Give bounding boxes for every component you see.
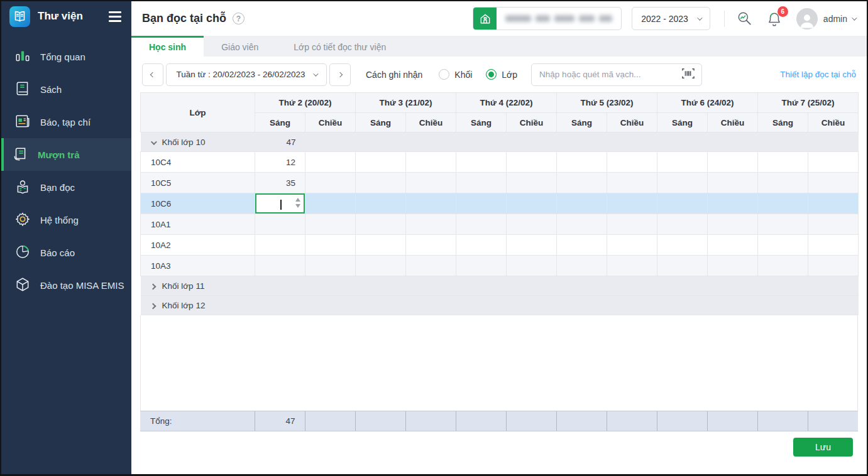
session-value-cell[interactable] <box>356 256 406 276</box>
session-value-cell[interactable] <box>758 173 808 193</box>
session-value-cell[interactable] <box>456 152 507 173</box>
session-value-cell[interactable] <box>808 256 859 276</box>
chevron-right-icon[interactable] <box>150 283 156 289</box>
session-value-cell[interactable] <box>456 173 507 193</box>
session-value-cell[interactable] <box>708 193 758 214</box>
chevron-down-icon[interactable] <box>150 139 157 145</box>
session-value-cell[interactable] <box>557 173 607 193</box>
session-value-cell[interactable] <box>557 193 607 214</box>
analytics-search-icon[interactable] <box>736 11 752 27</box>
session-value-input[interactable] <box>255 193 305 214</box>
session-value-cell[interactable] <box>356 173 406 193</box>
session-value-cell[interactable] <box>305 193 356 214</box>
session-value-cell[interactable] <box>607 152 657 173</box>
session-value-cell[interactable] <box>708 173 758 193</box>
session-value-cell[interactable] <box>507 256 557 276</box>
session-value-cell[interactable] <box>708 256 758 276</box>
session-value-cell[interactable] <box>607 173 657 193</box>
sidebar-item-muon-tra[interactable]: Mượn trả <box>1 138 131 171</box>
session-value-cell[interactable] <box>808 214 859 235</box>
sidebar-item-sach[interactable]: Sách <box>1 73 131 105</box>
session-value-cell[interactable] <box>507 173 557 193</box>
prev-week-button[interactable] <box>142 63 163 86</box>
session-value-cell[interactable] <box>557 235 607 256</box>
session-value-cell[interactable] <box>758 235 808 256</box>
session-value-cell[interactable]: 35 <box>255 173 305 193</box>
home-icon[interactable] <box>473 7 497 30</box>
stepper-up-icon[interactable] <box>295 198 300 202</box>
session-value-cell[interactable] <box>808 235 859 256</box>
tab-hoc-sinh[interactable]: Học sinh <box>131 36 204 57</box>
group-row-label[interactable]: Khối lớp 12 <box>141 296 255 315</box>
session-value-cell[interactable] <box>657 214 708 235</box>
session-value-cell[interactable] <box>607 214 657 235</box>
session-value-cell[interactable] <box>808 152 859 173</box>
session-value-cell[interactable] <box>356 214 406 235</box>
sidebar-item-dao-tao[interactable]: Đào tạo MISA EMIS <box>1 269 131 301</box>
tab-giao-vien[interactable]: Giáo viên <box>204 36 276 57</box>
help-icon[interactable]: ? <box>233 13 244 24</box>
session-value-cell[interactable] <box>255 193 305 214</box>
session-value-cell[interactable] <box>708 152 758 173</box>
session-value-cell[interactable] <box>507 193 557 214</box>
session-value-cell[interactable] <box>406 214 456 235</box>
session-value-cell[interactable] <box>708 235 758 256</box>
sidebar-item-tong-quan[interactable]: Tổng quan <box>1 40 131 73</box>
session-value-cell[interactable] <box>657 193 708 214</box>
session-value-cell[interactable] <box>607 256 657 276</box>
group-row-label[interactable]: Khối lớp 11 <box>141 276 255 296</box>
notifications-bell-icon[interactable]: 6 <box>766 11 783 27</box>
session-value-cell[interactable] <box>808 173 859 193</box>
session-value-cell[interactable] <box>255 235 305 256</box>
sidebar-item-ban-doc[interactable]: Bạn đọc <box>1 171 131 203</box>
session-value-cell[interactable] <box>255 214 305 235</box>
session-value-cell[interactable] <box>657 256 708 276</box>
session-value-cell[interactable] <box>758 256 808 276</box>
session-value-cell[interactable] <box>406 235 456 256</box>
session-value-cell[interactable] <box>708 214 758 235</box>
session-value-cell[interactable] <box>758 193 808 214</box>
radio-lop[interactable]: Lớp <box>486 69 517 80</box>
week-selector[interactable]: Tuần từ : 20/02/2023 - 26/02/2023 <box>166 63 327 86</box>
session-value-cell[interactable] <box>406 256 456 276</box>
menu-toggle-icon[interactable] <box>109 11 121 22</box>
next-week-button[interactable] <box>329 63 351 86</box>
school-year-select[interactable]: 2022 - 2023 <box>632 7 710 30</box>
session-value-cell[interactable] <box>507 152 557 173</box>
number-stepper[interactable] <box>295 198 300 208</box>
group-row-label[interactable]: Khối lớp 10 <box>141 133 255 152</box>
barcode-search-input[interactable] <box>539 70 681 79</box>
session-value-cell[interactable] <box>507 214 557 235</box>
session-value-cell[interactable] <box>758 152 808 173</box>
radio-khoi[interactable]: Khối <box>439 69 472 80</box>
session-value-cell[interactable] <box>356 152 406 173</box>
session-value-cell[interactable] <box>406 173 456 193</box>
session-value-cell[interactable] <box>507 235 557 256</box>
session-value-cell[interactable] <box>607 193 657 214</box>
session-value-cell[interactable] <box>607 235 657 256</box>
session-value-cell[interactable] <box>557 256 607 276</box>
avatar[interactable] <box>796 8 818 30</box>
session-value-cell[interactable] <box>305 173 356 193</box>
session-value-cell[interactable] <box>657 235 708 256</box>
session-value-cell[interactable] <box>406 193 456 214</box>
setup-on-site-reading-link[interactable]: Thiết lập đọc tại chỗ <box>780 70 856 79</box>
school-selector[interactable] <box>473 7 622 30</box>
session-value-cell[interactable] <box>557 152 607 173</box>
tab-lop-co-tiet-doc[interactable]: Lớp có tiết đọc thư viện <box>276 36 404 57</box>
session-value-cell[interactable] <box>456 214 507 235</box>
sidebar-item-he-thong[interactable]: Hệ thống <box>1 203 131 236</box>
session-value-cell[interactable] <box>557 214 607 235</box>
save-button[interactable]: Lưu <box>793 438 853 457</box>
user-menu[interactable]: admin <box>823 14 855 24</box>
sidebar-item-bao-tap-chi[interactable]: Báo, tạp chí <box>1 105 131 138</box>
session-value-cell[interactable]: 12 <box>255 152 305 173</box>
session-value-cell[interactable] <box>305 152 356 173</box>
session-value-cell[interactable] <box>406 152 456 173</box>
session-value-cell[interactable] <box>657 152 708 173</box>
session-value-cell[interactable] <box>356 235 406 256</box>
session-value-cell[interactable] <box>456 256 507 276</box>
session-value-cell[interactable] <box>808 193 859 214</box>
session-value-cell[interactable] <box>305 235 356 256</box>
session-value-cell[interactable] <box>305 256 356 276</box>
